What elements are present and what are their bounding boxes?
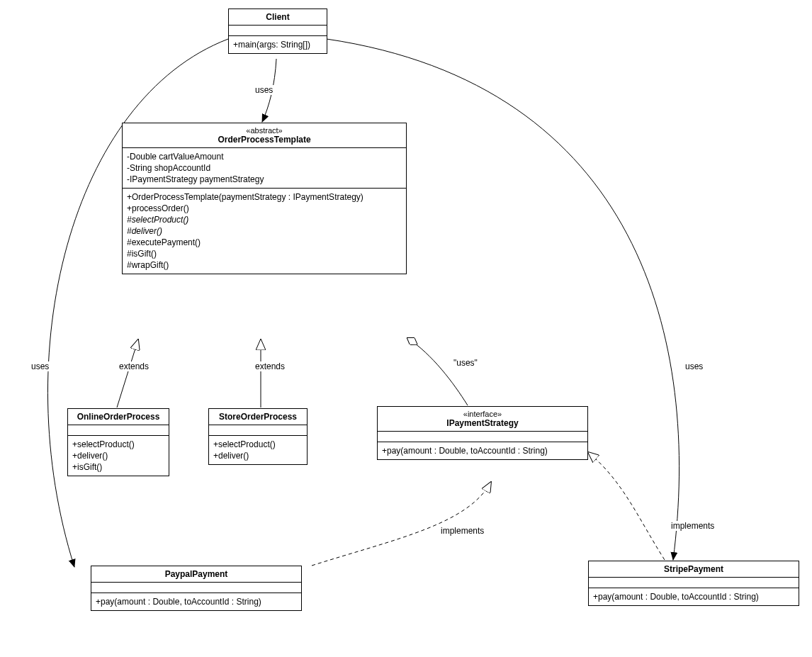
op: +isGift() <box>72 461 164 473</box>
class-store-order-process: StoreOrderProcess +selectProduct() +deli… <box>208 408 308 465</box>
label-implements: implements <box>439 526 485 536</box>
stereotype: «abstract» <box>127 126 402 135</box>
op: #executePayment() <box>127 237 402 248</box>
op: +pay(amount : Double, toAccountId : Stri… <box>382 445 583 456</box>
class-paypal-payment: PaypalPayment +pay(amount : Double, toAc… <box>91 566 302 611</box>
op: +processOrder() <box>127 203 402 214</box>
label-uses: uses <box>30 361 50 371</box>
stereotype: «interface» <box>382 410 583 418</box>
class-name: StripePayment <box>664 564 723 574</box>
svg-line-0 <box>117 339 138 408</box>
op: +pay(amount : Double, toAccountId : Stri… <box>96 596 297 607</box>
label-uses: uses <box>254 85 274 95</box>
class-ipayment-strategy: «interface» IPaymentStrategy +pay(amount… <box>377 406 588 460</box>
class-online-order-process: OnlineOrderProcess +selectProduct() +del… <box>67 408 169 476</box>
class-name: StoreOrderProcess <box>219 412 297 422</box>
connectors <box>0 0 812 657</box>
class-name: Client <box>266 12 289 22</box>
label-implements: implements <box>670 521 716 531</box>
label-uses-quoted: "uses" <box>452 358 479 368</box>
op: +main(args: String[]) <box>233 39 322 50</box>
op: +pay(amount : Double, toAccountId : Stri… <box>593 591 794 602</box>
class-client: Client +main(args: String[]) <box>228 9 327 54</box>
op: +deliver() <box>72 450 164 461</box>
attr: -Double cartValueAmount <box>127 151 402 162</box>
uml-diagram: Client +main(args: String[]) «abstract» … <box>0 0 812 657</box>
op: +deliver() <box>213 450 303 461</box>
class-name: OrderProcessTemplate <box>218 135 310 145</box>
attr: -IPaymentStrategy paymentStrategy <box>127 174 402 185</box>
attr: -String shopAccountId <box>127 162 402 174</box>
op: +OrderProcessTemplate(paymentStrategy : … <box>127 191 402 203</box>
op: #selectProduct() <box>127 214 402 225</box>
class-order-process-template: «abstract» OrderProcessTemplate -Double … <box>122 123 407 274</box>
class-name: PaypalPayment <box>165 569 228 579</box>
op: #isGift() <box>127 248 402 259</box>
class-name: IPaymentStrategy <box>446 418 518 428</box>
op: #wrapGift() <box>127 259 402 271</box>
op: +selectProduct() <box>213 439 303 450</box>
class-stripe-payment: StripePayment +pay(amount : Double, toAc… <box>588 561 799 606</box>
label-extends: extends <box>254 361 286 371</box>
label-extends: extends <box>118 361 150 371</box>
op: #deliver() <box>127 225 402 237</box>
label-uses: uses <box>684 361 704 371</box>
class-name: OnlineOrderProcess <box>77 412 160 422</box>
op: +selectProduct() <box>72 439 164 450</box>
